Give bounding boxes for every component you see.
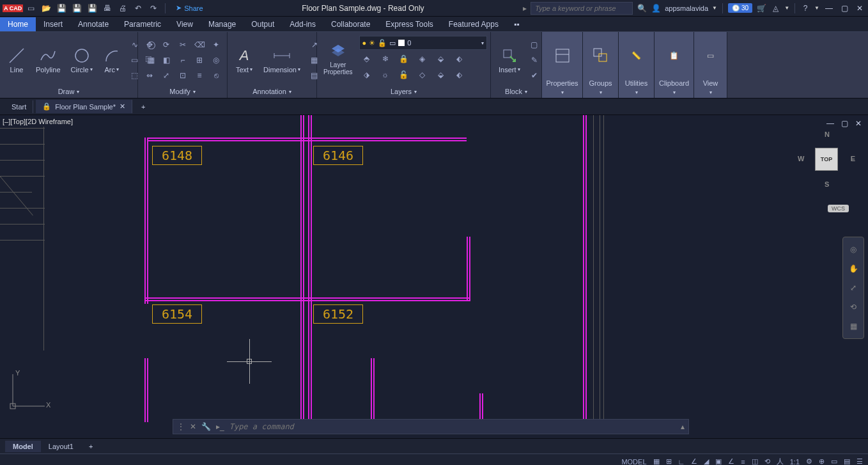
- panel-view[interactable]: ▭ View▾: [694, 32, 727, 98]
- layer-isolate-icon[interactable]: ◈: [415, 52, 430, 66]
- steering-wheel-icon[interactable]: ◎: [846, 242, 860, 256]
- chevron-down-icon[interactable]: ▾: [525, 89, 527, 95]
- ortho-toggle-icon[interactable]: ∟: [678, 458, 685, 466]
- drawing-canvas[interactable]: [–][Top][2D Wireframe] — ▢ ✕ 6148 6146 6…: [0, 115, 868, 438]
- polar-toggle-icon[interactable]: ∠: [691, 457, 697, 465]
- arraypath-icon[interactable]: ⊡: [175, 68, 190, 83]
- isodraft-icon[interactable]: ◢: [704, 457, 709, 465]
- cmd-wrench-icon[interactable]: 🔧: [201, 422, 211, 431]
- app-dropdown-icon[interactable]: ▼: [784, 5, 789, 11]
- search-input[interactable]: [531, 2, 633, 15]
- layer-uniso-icon[interactable]: ◇: [415, 68, 430, 82]
- tab-annotate[interactable]: Annotate: [70, 17, 116, 31]
- panel-utilities[interactable]: 📏 Utilities▾: [619, 32, 655, 98]
- search-arrow-icon[interactable]: ▸: [523, 4, 527, 13]
- tab-manage[interactable]: Manage: [201, 17, 244, 31]
- new-tab-button[interactable]: +: [135, 100, 151, 113]
- layer-thaw-icon[interactable]: ☼: [378, 68, 393, 82]
- quickprops-icon[interactable]: ▤: [844, 457, 850, 465]
- tab-collaborate[interactable]: Collaborate: [323, 17, 378, 31]
- align-icon[interactable]: ≡: [192, 68, 207, 83]
- annomon-icon[interactable]: ⊕: [819, 457, 825, 465]
- cycling-icon[interactable]: ⟲: [764, 457, 770, 465]
- tab-view[interactable]: View: [169, 17, 201, 31]
- tab-file[interactable]: 🔒 Floor Plan Sample* ✕: [36, 100, 132, 113]
- share-button[interactable]: ➤ Share: [176, 4, 203, 12]
- chevron-down-icon[interactable]: ▾: [77, 89, 79, 95]
- tab-express[interactable]: Express Tools: [378, 17, 440, 31]
- cube-n[interactable]: N: [825, 130, 830, 138]
- panel-properties[interactable]: Properties▾: [542, 32, 583, 98]
- user-icon[interactable]: 👤: [651, 3, 661, 13]
- pan-icon[interactable]: ✋: [846, 262, 860, 276]
- explode-icon[interactable]: ✦: [208, 38, 224, 52]
- layer-lock-icon[interactable]: 🔒: [396, 52, 412, 66]
- help-dropdown-icon[interactable]: ▼: [814, 5, 819, 11]
- stretch-icon[interactable]: ⇔: [142, 68, 157, 83]
- new-icon[interactable]: ▭: [26, 3, 36, 13]
- offset-icon[interactable]: ◎: [208, 53, 224, 67]
- customize-icon[interactable]: ☰: [856, 457, 863, 465]
- layer-off-icon[interactable]: ⬘: [359, 52, 375, 66]
- layout-tab-layout1[interactable]: Layout1: [41, 441, 81, 452]
- search-icon[interactable]: 🔍: [637, 3, 647, 13]
- showmotion-icon[interactable]: ▦: [846, 319, 860, 333]
- tab-more[interactable]: ▪▪: [506, 17, 527, 31]
- undo-icon[interactable]: ↶: [133, 3, 143, 13]
- orbit-icon[interactable]: ⟲: [846, 300, 860, 314]
- open-icon[interactable]: 📂: [41, 3, 51, 13]
- print-icon[interactable]: 🖨: [118, 3, 128, 13]
- view-label[interactable]: [–][Top][2D Wireframe]: [3, 118, 73, 125]
- line-tool[interactable]: Line: [4, 45, 29, 75]
- redo-icon[interactable]: ↷: [148, 3, 159, 13]
- panel-clipboard[interactable]: 📋 Clipboard▾: [655, 32, 694, 98]
- vp-minimize-icon[interactable]: —: [825, 118, 836, 129]
- cube-e[interactable]: E: [851, 155, 855, 162]
- layer-prev-icon[interactable]: ⬖: [452, 52, 467, 66]
- edit-block-icon[interactable]: ✎: [527, 53, 542, 67]
- mirror-icon[interactable]: ◧: [159, 53, 174, 67]
- tab-start[interactable]: Start: [5, 100, 33, 113]
- grid-toggle-icon[interactable]: ▦: [653, 457, 660, 465]
- vp-close-icon[interactable]: ✕: [853, 118, 864, 129]
- trim-icon[interactable]: ✂: [175, 38, 190, 52]
- saveas-icon[interactable]: 💾: [72, 3, 82, 13]
- transparency-icon[interactable]: ◫: [752, 457, 758, 465]
- maximize-button[interactable]: ▢: [839, 3, 850, 14]
- save-icon[interactable]: 💾: [56, 3, 66, 13]
- autodesk-icon[interactable]: ◬: [770, 3, 780, 13]
- arc-tool[interactable]: Arc▾: [99, 45, 125, 75]
- tab-parametric[interactable]: Parametric: [116, 17, 169, 31]
- workspace-icon[interactable]: ⚙: [806, 457, 812, 465]
- layer-combo[interactable]: ● ☀ 🔓 ▭ 0 ▾: [359, 36, 487, 50]
- tab-output[interactable]: Output: [244, 17, 282, 31]
- command-input[interactable]: [229, 422, 676, 431]
- polyline-tool[interactable]: Polyline: [32, 45, 65, 75]
- tab-insert[interactable]: Insert: [36, 17, 70, 31]
- create-block-icon[interactable]: ▢: [527, 38, 542, 52]
- break-icon[interactable]: ⎋: [208, 68, 224, 83]
- scale-icon[interactable]: ⤢: [159, 68, 174, 83]
- wcs-badge[interactable]: WCS: [828, 205, 849, 212]
- zoom-extents-icon[interactable]: ⤢: [846, 281, 860, 295]
- user-name[interactable]: appsmalavida: [665, 4, 708, 12]
- cube-w[interactable]: W: [798, 155, 804, 162]
- layer-match-icon[interactable]: ⬙: [433, 52, 449, 66]
- layout-tab-add[interactable]: +: [81, 441, 100, 452]
- circle-tool[interactable]: Circle▾: [67, 45, 97, 75]
- cmd-history-icon[interactable]: ⋮: [177, 422, 185, 431]
- tab-home[interactable]: Home: [0, 17, 36, 31]
- array-icon[interactable]: ⊞: [192, 53, 207, 67]
- close-button[interactable]: ✕: [854, 3, 865, 14]
- osnap-toggle-icon[interactable]: ▣: [715, 457, 722, 465]
- snap-toggle-icon[interactable]: ⊞: [666, 457, 672, 465]
- edit-attr-icon[interactable]: ✔: [527, 68, 542, 83]
- chevron-down-icon[interactable]: ▾: [414, 89, 417, 95]
- units-icon[interactable]: ▭: [831, 457, 837, 465]
- scale-display[interactable]: 1:1: [790, 458, 800, 466]
- help-icon[interactable]: ?: [800, 3, 810, 13]
- close-tab-icon[interactable]: ✕: [120, 102, 125, 111]
- cmd-close-icon[interactable]: ✕: [190, 422, 196, 431]
- view-cube[interactable]: N S W E TOP: [798, 130, 855, 188]
- copy-icon[interactable]: ⿻: [142, 53, 157, 67]
